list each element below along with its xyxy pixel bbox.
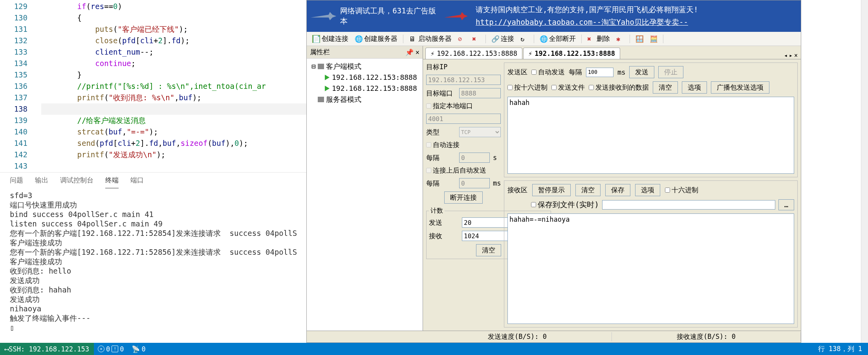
auto-conn-interval: [459, 153, 490, 163]
tree-conn-1[interactable]: 192.168.122.153:8888: [309, 72, 420, 83]
connect-button[interactable]: 🔗连接: [489, 33, 516, 44]
send-file-checkbox[interactable]: [551, 85, 557, 90]
panel-tabs: 问题 输出 调试控制台 终端 端口: [0, 172, 306, 188]
tab-terminal[interactable]: 终端: [105, 173, 119, 188]
clear-icon[interactable]: ✱: [614, 34, 626, 44]
type-select: TCP: [459, 127, 501, 137]
speed-bar: 发送速度(B/S): 0 接收速度(B/S): 0: [307, 331, 801, 342]
close-icon[interactable]: ×: [416, 48, 419, 56]
antenna-icon: 📡: [132, 345, 140, 353]
status-bar: ⟷ SSH: 192.168.122.153 ×0 !0 📡0 行 138，列 …: [0, 343, 868, 355]
tab-next-icon[interactable]: ▸: [789, 52, 793, 59]
scrollbar[interactable]: [861, 0, 868, 343]
browse-button[interactable]: …: [778, 199, 794, 210]
connection-tree[interactable]: ⊟ 客户端模式 192.168.122.153:8888 192.168.122…: [307, 59, 423, 331]
link-icon: ⚡: [430, 50, 434, 57]
line-gutter: 1291301311321331341351361371381391401411…: [0, 0, 41, 172]
hex-recv-checkbox[interactable]: [665, 188, 670, 193]
stop-icon[interactable]: ⊘: [456, 34, 468, 44]
pause-button[interactable]: 暂停显示: [532, 184, 571, 196]
network-tool-window: 网络调试工具，631去广告版本 请支持国内航空工业,有您的支持,国产军用民用飞机…: [306, 0, 801, 343]
send-speed: 发送速度(B/S): 0: [423, 332, 612, 341]
tab-debug[interactable]: 调试控制台: [60, 173, 93, 188]
tab-output[interactable]: 输出: [35, 173, 48, 188]
tab-prev-icon[interactable]: ◂: [784, 52, 787, 59]
create-connection-button[interactable]: 📄创建连接: [310, 33, 351, 44]
connection-tabs: ⚡192.168.122.153:8888 ⚡192.168.122.153:8…: [423, 46, 801, 59]
save-file-checkbox[interactable]: [531, 202, 536, 207]
local-port-input: [426, 114, 501, 124]
link-icon: ⚡: [528, 50, 532, 57]
plane-icon: [444, 9, 468, 23]
local-port-checkbox: [426, 103, 431, 109]
send-interval-input[interactable]: [586, 68, 613, 77]
local-port-label: 指定本地端口: [433, 101, 473, 110]
delete-icon[interactable]: ✖: [470, 34, 482, 44]
toolbar: 📄创建连接 🌐创建服务器 🖥启动服务器 ⊘ ✖ 🔗连接 ↻ 🌐全部断开 ✖删除 …: [307, 32, 801, 46]
error-icon: ×: [98, 346, 104, 352]
recv-clear-button[interactable]: 清空: [575, 184, 601, 196]
broadcast-button[interactable]: 广播包发送选项: [711, 81, 769, 94]
code-editor[interactable]: if(res==0) { puts("客户端已经下线"); close(pfd[…: [41, 0, 306, 172]
stop-button: 停止: [658, 66, 683, 78]
play-icon: [325, 75, 330, 80]
ports-status[interactable]: 📡0: [128, 345, 149, 353]
create-server-button[interactable]: 🌐创建服务器: [352, 33, 400, 44]
dest-port-input: [459, 88, 501, 98]
auto-connect-checkbox: [426, 142, 431, 147]
recv-textarea[interactable]: [507, 213, 794, 324]
auto-send-interval: [459, 178, 490, 188]
recv-speed: 接收速度(B/S): 0: [612, 332, 801, 341]
tab-ports[interactable]: 端口: [130, 173, 144, 188]
send-group: 发送区 自动发送 每隔 ms 发送 停止 按十六进制 发送文件 发送接收到的数据: [504, 63, 798, 177]
warning-icon: !: [112, 346, 118, 352]
dest-ip-input: [426, 75, 501, 85]
recv-options-button[interactable]: 选项: [635, 184, 660, 196]
window-icon[interactable]: 🪟: [633, 34, 646, 44]
conn-tab-1[interactable]: ⚡192.168.122.153:8888: [425, 48, 522, 59]
terminal-output[interactable]: sfd=3 端口号快速重用成功 bind success 04pollSer.c…: [10, 191, 304, 332]
tab-problems[interactable]: 问题: [10, 173, 23, 188]
hex-send-checkbox[interactable]: [507, 85, 513, 90]
banner-link[interactable]: http://yahobaby.taobao.com--淘宝Yaho贝比孕婴专卖…: [476, 17, 688, 28]
disconnect-button[interactable]: 断开连接: [444, 191, 483, 204]
config-panel: 目标IP 目标端口 指定本地端口 类型TCP 自动连接 每隔s 连接上后自动发送…: [426, 63, 501, 327]
save-file-path[interactable]: [602, 200, 775, 210]
disconnect-all-button[interactable]: 🌐全部断开: [537, 33, 578, 44]
echo-checkbox[interactable]: [589, 85, 594, 90]
plane-icon: [311, 9, 336, 23]
recv-group: 接收区 暂停显示 清空 保存 选项 十六进制 保存到文件(实时) …: [504, 180, 798, 327]
banner-text-2: 请支持国内航空工业,有您的支持,国产军用民用飞机必将翱翔蓝天!: [476, 5, 698, 15]
send-options-button[interactable]: 选项: [682, 81, 707, 94]
tree-node-server-mode[interactable]: 服务器模式: [309, 94, 420, 105]
refresh-icon[interactable]: ↻: [518, 34, 531, 44]
send-clear-button[interactable]: 清空: [653, 81, 678, 94]
cursor-position[interactable]: 行 138，列 1: [814, 344, 868, 353]
auto-send-after-checkbox: [426, 168, 431, 173]
ssh-status[interactable]: ⟷ SSH: 192.168.122.153: [0, 343, 94, 355]
calc-icon[interactable]: 🧮: [647, 34, 660, 44]
dest-port-label: 目标端口: [426, 89, 456, 98]
count-legend: 计数: [429, 207, 445, 215]
recv-title: 接收区: [507, 186, 527, 195]
auto-connect-label: 自动连接: [433, 140, 460, 149]
play-icon: [325, 86, 330, 91]
errors-status[interactable]: ×0 !0: [94, 345, 128, 353]
tree-header: 属性栏 📌×: [307, 46, 423, 59]
tab-close-icon[interactable]: ×: [794, 52, 798, 59]
tree-node-client-mode[interactable]: ⊟ 客户端模式: [309, 61, 420, 72]
tree-conn-2[interactable]: 192.168.122.153:8888: [309, 83, 420, 94]
type-label: 类型: [426, 128, 456, 137]
pin-icon[interactable]: 📌: [405, 48, 414, 56]
send-button[interactable]: 发送: [629, 66, 654, 78]
clear-count-button[interactable]: 清空: [476, 244, 501, 256]
send-textarea[interactable]: [507, 97, 794, 174]
auto-send-checkbox[interactable]: [531, 70, 537, 75]
start-server-button[interactable]: 🖥启动服务器: [407, 33, 454, 44]
banner-text-1: 网络调试工具，631去广告版本: [340, 6, 436, 26]
recv-save-button[interactable]: 保存: [605, 184, 630, 196]
conn-tab-2[interactable]: ⚡192.168.122.153:8888: [523, 48, 620, 59]
send-title: 发送区: [507, 68, 527, 77]
dest-ip-label: 目标IP: [426, 63, 456, 72]
delete-button[interactable]: ✖删除: [585, 33, 612, 44]
